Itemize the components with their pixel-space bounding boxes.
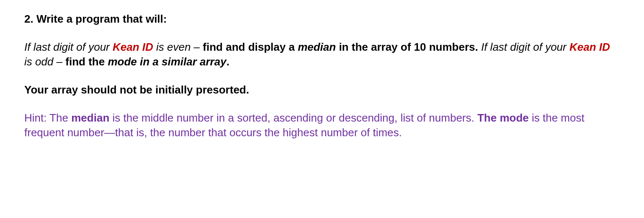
cond-even-mid: is even – (153, 41, 203, 53)
question-body: If last digit of your Kean ID is even – … (24, 40, 620, 69)
hint-median-def: is the middle number in a sorted, ascend… (109, 112, 477, 124)
hint-median-term: median (71, 112, 109, 124)
instr-even-a: find and display a (203, 41, 298, 53)
instr-odd-b: . (227, 55, 229, 68)
array-note: Your array should not be initially preso… (24, 83, 620, 97)
question-heading: 2. Write a program that will: (24, 12, 620, 26)
kean-id-1: Kean ID (113, 41, 153, 53)
cond-odd-pre: If last digit of your (481, 41, 569, 53)
hint-mode-term: The mode (477, 112, 529, 124)
instr-even-b: in the array of 10 numbers. (336, 41, 481, 53)
kean-id-2: Kean ID (569, 41, 610, 53)
median-term: median (298, 41, 336, 53)
hint-paragraph: Hint: The median is the middle number in… (24, 111, 620, 140)
hint-prefix: Hint: The (24, 112, 71, 124)
cond-odd-mid: is odd – (24, 55, 65, 68)
instr-odd-a: find the (65, 55, 108, 68)
mode-term: mode in a similar array (108, 55, 226, 68)
cond-even-pre: If last digit of your (24, 41, 113, 53)
